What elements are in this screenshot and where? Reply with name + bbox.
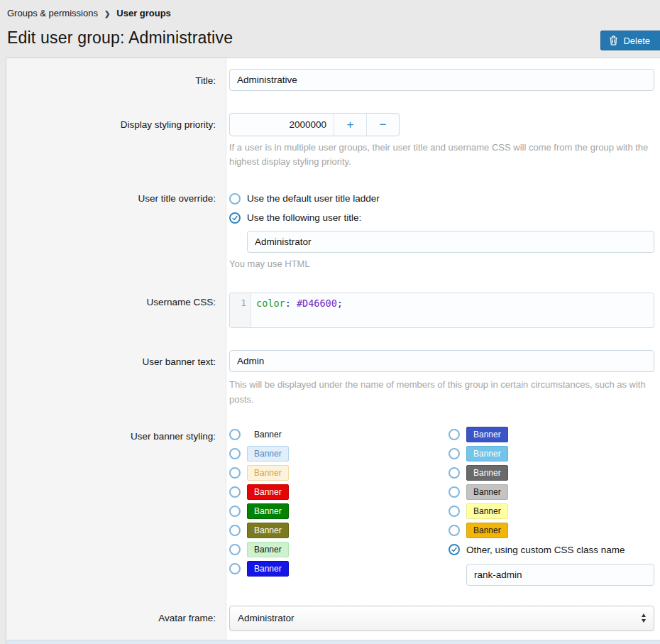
- radio-unchecked-icon[interactable]: [449, 467, 460, 479]
- radio-unchecked-icon[interactable]: [449, 429, 460, 440]
- radio-unchecked-icon[interactable]: [229, 544, 241, 555]
- priority-stepper: + −: [229, 113, 400, 136]
- option-following-user-title-label: Use the following user title:: [247, 212, 361, 223]
- radio-checked-icon[interactable]: [449, 544, 460, 555]
- option-following-user-title[interactable]: Use the following user title:: [229, 208, 654, 227]
- decrement-button[interactable]: −: [366, 114, 399, 136]
- banner-style-option[interactable]: Banner: [449, 444, 654, 464]
- delete-button-label: Delete: [623, 36, 650, 46]
- user-banner-text-label: User banner text:: [6, 339, 226, 415]
- radio-unchecked-icon[interactable]: [229, 506, 241, 517]
- avatar-frame-label: Avatar frame:: [6, 594, 226, 640]
- user-title-hint: You may use HTML: [229, 257, 654, 271]
- banner-style-option[interactable]: Banner: [449, 464, 654, 483]
- banner-style-option[interactable]: Banner: [229, 464, 449, 483]
- avatar-frame-select[interactable]: Administrator: [229, 606, 654, 631]
- form-row-user-banner-text: User banner text: This will be displayed…: [6, 339, 660, 415]
- banner-styles-right-column: Banner Banner Banner Banner: [449, 425, 654, 586]
- increment-button[interactable]: +: [334, 114, 366, 136]
- radio-unchecked-icon[interactable]: [449, 525, 460, 536]
- radio-unchecked-icon[interactable]: [229, 193, 241, 204]
- banner-preview-royalblue: Banner: [466, 427, 508, 442]
- radio-unchecked-icon[interactable]: [229, 486, 241, 498]
- banner-preview-skyblue: Banner: [466, 446, 508, 462]
- display-styling-priority-label: Display styling priority:: [6, 104, 226, 176]
- title-input[interactable]: [229, 69, 654, 91]
- radio-unchecked-icon[interactable]: [229, 563, 241, 574]
- banner-preview-none: Banner: [247, 427, 289, 442]
- banner-preview-lightgreen: Banner: [247, 542, 289, 557]
- title-label: Title:: [6, 58, 226, 104]
- banner-style-option[interactable]: Banner: [229, 560, 449, 579]
- css-token-property: color: [256, 298, 285, 309]
- banner-style-option[interactable]: Banner: [449, 483, 654, 502]
- banner-preview-gray: Banner: [466, 465, 508, 481]
- custom-css-class-input[interactable]: [466, 564, 654, 586]
- breadcrumb-groups-permissions[interactable]: Groups & permissions: [7, 8, 98, 18]
- radio-unchecked-icon[interactable]: [449, 506, 460, 517]
- page-title: Edit user group: Administrative: [7, 28, 660, 48]
- banner-style-option[interactable]: Banner: [229, 521, 449, 540]
- banner-preview-red: Banner: [247, 484, 289, 500]
- css-token-semicolon: ;: [337, 298, 343, 309]
- user-title-input[interactable]: [247, 231, 654, 253]
- banner-style-option[interactable]: Banner: [449, 425, 654, 444]
- username-css-label: Username CSS:: [6, 278, 226, 339]
- form-row-user-banner-styling: User banner styling: Banner Banner Banne: [6, 415, 660, 594]
- form-row-display-styling-priority: Display styling priority: + − If a user …: [6, 104, 660, 176]
- select-arrows-icon: [642, 613, 646, 623]
- other-custom-css-label: Other, using custom CSS class name: [466, 545, 625, 555]
- banner-preview-cream: Banner: [247, 465, 289, 481]
- form-row-user-title-override: User title override: Use the default use…: [6, 176, 660, 278]
- delete-button[interactable]: Delete: [600, 31, 660, 50]
- next-section-strip: [6, 640, 660, 644]
- banner-preview-blue: Banner: [247, 561, 289, 577]
- priority-input[interactable]: [230, 114, 334, 136]
- breadcrumb-user-groups[interactable]: User groups: [116, 8, 171, 18]
- radio-unchecked-icon[interactable]: [449, 486, 460, 498]
- banner-preview-gold: Banner: [466, 523, 508, 538]
- edit-user-group-form: Title: Display styling priority: + − If …: [6, 58, 660, 644]
- option-default-title-ladder[interactable]: Use the default user title ladder: [229, 189, 654, 208]
- avatar-frame-selected-value: Administrator: [238, 613, 295, 623]
- page-header: Edit user group: Administrative Delete: [0, 24, 660, 58]
- banner-preview-silver: Banner: [466, 484, 508, 500]
- radio-checked-icon[interactable]: [229, 212, 241, 224]
- chevron-right-icon: ❯: [104, 10, 110, 18]
- banner-style-option-other[interactable]: Other, using custom CSS class name: [449, 540, 654, 560]
- banner-style-option[interactable]: Banner: [229, 444, 449, 464]
- radio-unchecked-icon[interactable]: [229, 448, 241, 459]
- priority-hint: If a user is in multiple user groups, th…: [229, 141, 654, 169]
- banner-styles-left-column: Banner Banner Banner Banner: [229, 425, 449, 586]
- breadcrumb: Groups & permissions ❯ User groups: [0, 0, 660, 24]
- code-line: color: #D46600;: [251, 293, 343, 327]
- form-row-username-css: Username CSS: 1 color: #D46600;: [6, 278, 660, 339]
- banner-style-option[interactable]: Banner: [229, 425, 449, 444]
- username-css-editor[interactable]: 1 color: #D46600;: [229, 293, 654, 328]
- banner-preview-olive: Banner: [247, 523, 289, 538]
- trash-icon: [609, 36, 618, 45]
- banner-style-option[interactable]: Banner: [449, 521, 654, 540]
- banner-style-option[interactable]: Banner: [449, 502, 654, 521]
- banner-preview-yellow: Banner: [466, 503, 508, 519]
- radio-unchecked-icon[interactable]: [229, 467, 241, 479]
- form-row-avatar-frame: Avatar frame: Administrator: [6, 594, 660, 640]
- user-banner-text-hint: This will be displayed under the name of…: [229, 378, 654, 406]
- banner-style-option[interactable]: Banner: [229, 540, 449, 560]
- radio-unchecked-icon[interactable]: [229, 429, 241, 440]
- radio-unchecked-icon[interactable]: [229, 525, 241, 536]
- css-token-hexcolor: #D46600: [297, 298, 337, 309]
- option-default-title-ladder-label: Use the default user title ladder: [247, 193, 380, 204]
- banner-preview-lightblue: Banner: [247, 446, 289, 462]
- code-line-number: 1: [230, 293, 251, 327]
- radio-unchecked-icon[interactable]: [449, 448, 460, 459]
- user-banner-text-input[interactable]: [229, 350, 654, 372]
- banner-preview-green: Banner: [247, 503, 289, 519]
- css-token-colon: :: [285, 298, 297, 309]
- user-banner-styling-label: User banner styling:: [6, 415, 226, 594]
- user-title-override-label: User title override:: [6, 176, 226, 278]
- banner-style-option[interactable]: Banner: [229, 483, 449, 502]
- form-row-title: Title:: [6, 58, 660, 104]
- banner-style-option[interactable]: Banner: [229, 502, 449, 521]
